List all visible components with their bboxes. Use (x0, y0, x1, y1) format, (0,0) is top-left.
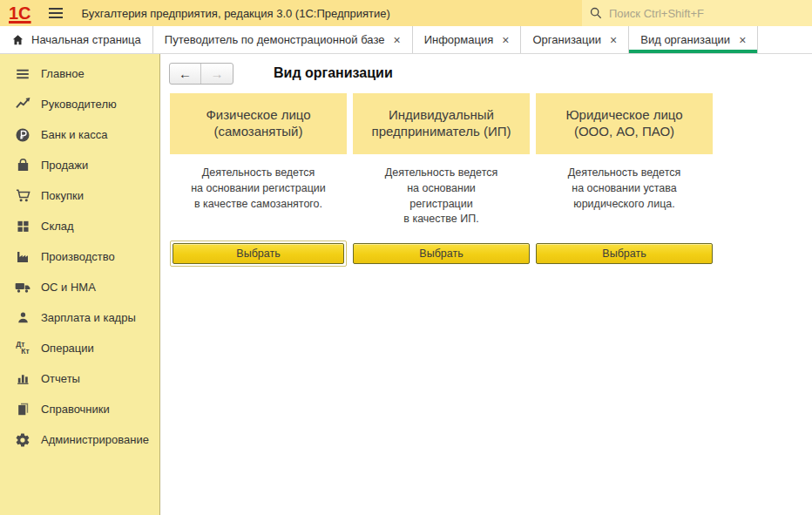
card-legal-entity: Юридическое лицо (ООО, АО, ПАО) Деятельн… (536, 93, 713, 267)
trend-icon (13, 96, 32, 113)
sidebar-item-otchety[interactable]: Отчеты (0, 363, 159, 394)
bag-icon (13, 157, 32, 174)
menu-icon (13, 65, 32, 83)
close-icon[interactable]: × (502, 34, 509, 46)
card-title: Индивидуальный предприниматель (ИП) (353, 93, 530, 154)
sidebar-item-label: Продажи (41, 159, 88, 172)
default-button-frame: Выбрать (170, 241, 347, 267)
tab-organizations[interactable]: Организации × (521, 26, 629, 53)
sidebar-item-rukovoditelyu[interactable]: Руководителю (0, 89, 159, 119)
card-description: Деятельность ведется на основании устава… (536, 166, 713, 241)
sidebar-item-label: Отчеты (41, 372, 80, 385)
sidebar-item-label: Склад (41, 220, 74, 233)
sidebar-item-label: Руководителю (41, 98, 117, 111)
forward-button[interactable]: → (201, 64, 233, 84)
sidebar-item-prodazhi[interactable]: Продажи (0, 150, 159, 180)
sidebar-item-label: Справочники (41, 403, 110, 416)
close-icon[interactable]: × (739, 34, 746, 46)
tab-organization-type[interactable]: Вид организации × (629, 26, 758, 53)
1c-logo: 1С (9, 4, 31, 22)
sidebar-item-label: Зарплата и кадры (41, 311, 136, 324)
sidebar-item-spravochniki[interactable]: Справочники (0, 394, 159, 424)
kt-label: Кт (21, 349, 29, 356)
sidebar-item-label: Главное (41, 67, 85, 80)
tab-label: Путеводитель по демонстрационной базе (165, 33, 385, 46)
tab-home[interactable]: Начальная страница (0, 26, 153, 53)
sidebar-item-glavnoe[interactable]: Главное (0, 58, 159, 89)
dtkt-icon: ДтКт (13, 340, 32, 357)
global-search[interactable] (582, 0, 812, 26)
sidebar-item-label: ОС и НМА (41, 281, 96, 294)
ruble-icon (13, 126, 32, 144)
tab-label: Вид организации (640, 33, 730, 46)
organization-type-cards: Физическое лицо (самозанятый) Деятельнос… (170, 93, 812, 267)
gear-icon (13, 431, 32, 449)
close-icon[interactable]: × (393, 34, 400, 46)
card-individual-selfemployed: Физическое лицо (самозанятый) Деятельнос… (170, 93, 347, 267)
sidebar-item-sklad[interactable]: Склад (0, 211, 159, 241)
sidebar-item-bank-i-kassa[interactable]: Банк и касса (0, 119, 159, 150)
tab-label: Информация (424, 33, 494, 46)
sidebar-item-pokupki[interactable]: Покупки (0, 180, 159, 211)
window-title: Бухгалтерия предприятия, редакция 3.0 (1… (82, 7, 390, 20)
sidebar-item-label: Администрирование (41, 433, 149, 446)
sidebar-item-label: Покупки (41, 189, 84, 202)
sidebar-item-zarplata-i-kadry[interactable]: Зарплата и кадры (0, 302, 159, 333)
truck-icon (13, 279, 32, 296)
back-button[interactable]: ← (170, 64, 201, 84)
cart-icon (13, 187, 32, 205)
sidebar-item-os-i-nma[interactable]: ОС и НМА (0, 272, 159, 302)
sidebar-item-label: Операции (41, 342, 94, 355)
tab-label: Начальная страница (31, 33, 141, 46)
main-area: ← → Вид организации Физическое лицо (сам… (160, 54, 812, 515)
boxes-icon (13, 218, 32, 235)
sidebar: Главное Руководителю Банк и касса Продаж… (0, 54, 160, 515)
sidebar-item-label: Банк и касса (41, 128, 108, 141)
card-description: Деятельность ведется на основании регист… (170, 166, 347, 241)
search-input[interactable] (607, 6, 790, 21)
history-nav: ← → (169, 63, 233, 85)
card-individual-entrepreneur: Индивидуальный предприниматель (ИП) Деят… (353, 93, 530, 267)
person-icon (13, 309, 32, 327)
factory-icon (13, 248, 32, 266)
tab-guide[interactable]: Путеводитель по демонстрационной базе × (153, 26, 413, 53)
page-title: Вид организации (274, 65, 393, 81)
tab-label: Организации (532, 33, 601, 46)
select-entrepreneur-button[interactable]: Выбрать (353, 243, 530, 264)
chart-icon (13, 370, 32, 388)
close-icon[interactable]: × (610, 34, 617, 46)
card-title: Юридическое лицо (ООО, АО, ПАО) (536, 93, 713, 154)
main-menu-icon[interactable] (49, 8, 63, 18)
select-legal-entity-button[interactable]: Выбрать (536, 243, 713, 264)
sidebar-item-proizvodstvo[interactable]: Производство (0, 241, 159, 272)
sidebar-item-operacii[interactable]: ДтКт Операции (0, 333, 159, 363)
select-selfemployed-button[interactable]: Выбрать (173, 243, 344, 264)
top-bar: 1С Бухгалтерия предприятия, редакция 3.0… (0, 0, 812, 26)
book-icon (13, 401, 32, 418)
tab-bar: Начальная страница Путеводитель по демон… (0, 26, 812, 54)
sidebar-item-administrirovanie[interactable]: Администрирование (0, 424, 159, 455)
tab-information[interactable]: Информация × (413, 26, 522, 53)
sidebar-item-label: Производство (41, 250, 115, 263)
card-description: Деятельность ведется на основании регист… (353, 166, 530, 241)
search-icon (589, 6, 603, 20)
home-icon (11, 33, 24, 46)
card-title: Физическое лицо (самозанятый) (170, 93, 347, 154)
